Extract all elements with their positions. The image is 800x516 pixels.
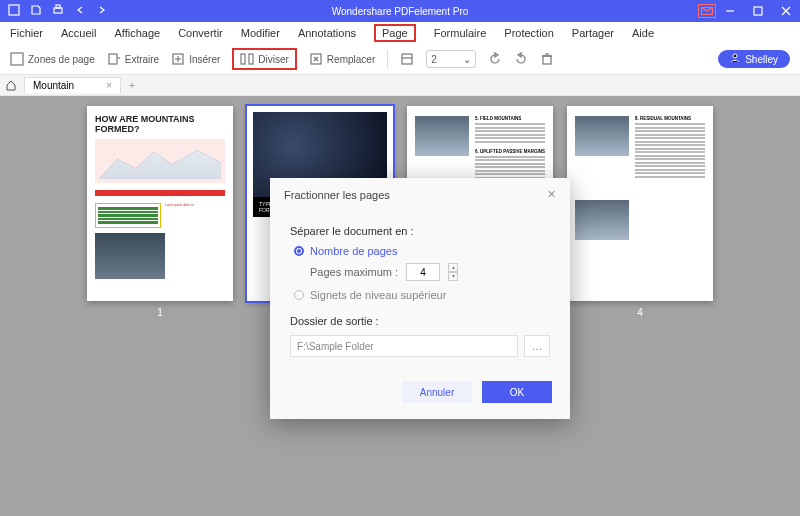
zones-icon <box>10 52 24 66</box>
menu-accueil[interactable]: Accueil <box>61 27 96 39</box>
app-logo-icon <box>8 4 20 18</box>
rotate-left-icon[interactable] <box>488 52 502 66</box>
maximize-button[interactable] <box>744 0 772 22</box>
dialog-title: Fractionner les pages <box>284 189 390 201</box>
extract-icon <box>107 52 121 66</box>
page-nav-icon[interactable] <box>400 52 414 66</box>
tool-replace-label: Remplacer <box>327 54 375 65</box>
radio-selected-icon <box>294 246 304 256</box>
mail-icon[interactable] <box>698 4 716 18</box>
radio-pages-label: Nombre de pages <box>310 245 397 257</box>
page-thumb-1[interactable]: HOW ARE MOUNTAINS FORMED? Lorem ipsum do… <box>87 106 233 318</box>
menu-partager[interactable]: Partager <box>572 27 614 39</box>
svg-rect-18 <box>543 56 551 64</box>
add-tab-button[interactable]: + <box>121 80 143 91</box>
output-path-value: F:\Sample Folder <box>297 341 374 352</box>
svg-rect-14 <box>249 54 253 64</box>
redo-icon[interactable] <box>96 4 108 18</box>
app-title: Wondershare PDFelement Pro <box>332 6 469 17</box>
svg-rect-5 <box>754 7 762 15</box>
page-num-4: 4 <box>637 307 643 318</box>
menu-formulaire[interactable]: Formulaire <box>434 27 487 39</box>
svg-rect-8 <box>11 53 23 65</box>
tab-close-icon[interactable]: × <box>106 80 112 91</box>
workspace: HOW ARE MOUNTAINS FORMED? Lorem ipsum do… <box>0 96 800 516</box>
svg-rect-13 <box>241 54 245 64</box>
output-label: Dossier de sortie : <box>290 315 550 327</box>
split-icon <box>240 52 254 66</box>
document-tab[interactable]: Mountain × <box>24 77 121 93</box>
tool-extract[interactable]: Extraire <box>107 52 159 66</box>
replace-icon <box>309 52 323 66</box>
spin-down-icon[interactable]: ▾ <box>448 272 458 281</box>
home-tab-icon[interactable] <box>0 79 22 91</box>
separate-label: Séparer le document en : <box>290 225 550 237</box>
tool-split-label: Diviser <box>258 54 289 65</box>
user-pill[interactable]: Shelley <box>718 50 790 68</box>
spin-up-icon[interactable]: ▴ <box>448 263 458 272</box>
svg-point-21 <box>733 54 737 58</box>
tool-split[interactable]: Diviser <box>232 48 297 70</box>
tool-insert[interactable]: Insérer <box>171 52 220 66</box>
browse-button[interactable]: … <box>524 335 550 357</box>
undo-icon[interactable] <box>74 4 86 18</box>
menu-fichier[interactable]: Fichier <box>10 27 43 39</box>
split-dialog: Fractionner les pages ✕ Séparer le docum… <box>270 178 570 419</box>
tool-extract-label: Extraire <box>125 54 159 65</box>
svg-rect-0 <box>9 5 19 15</box>
menu-page[interactable]: Page <box>374 24 416 42</box>
menu-protection[interactable]: Protection <box>504 27 554 39</box>
menu-annotations[interactable]: Annotations <box>298 27 356 39</box>
tool-replace[interactable]: Remplacer <box>309 52 375 66</box>
menu-affichage[interactable]: Affichage <box>114 27 160 39</box>
toolbar-divider <box>387 50 388 68</box>
ok-button[interactable]: OK <box>482 381 552 403</box>
thumb4-h1: 8. RESIDUAL MOUNTAINS <box>635 116 705 121</box>
menu-modifier[interactable]: Modifier <box>241 27 280 39</box>
tab-label: Mountain <box>33 80 74 91</box>
toolbar: Zones de page Extraire Insérer Diviser R… <box>0 44 800 74</box>
svg-rect-1 <box>54 8 62 13</box>
radio-bookmarks-label: Signets de niveau supérieur <box>310 289 446 301</box>
chevron-down-icon: ⌄ <box>463 54 471 65</box>
radio-unselected-icon <box>294 290 304 300</box>
tool-insert-label: Insérer <box>189 54 220 65</box>
minimize-button[interactable] <box>716 0 744 22</box>
user-name: Shelley <box>745 54 778 65</box>
cancel-button[interactable]: Annuler <box>402 381 472 403</box>
dialog-close-icon[interactable]: ✕ <box>547 188 556 201</box>
delete-icon[interactable] <box>540 52 554 66</box>
output-path-input[interactable]: F:\Sample Folder <box>290 335 518 357</box>
radio-bookmarks[interactable]: Signets de niveau supérieur <box>294 289 550 301</box>
page-num-1: 1 <box>157 307 163 318</box>
menu-aide[interactable]: Aide <box>632 27 654 39</box>
radio-pages[interactable]: Nombre de pages <box>294 245 550 257</box>
menu-convertir[interactable]: Convertir <box>178 27 223 39</box>
title-bar: Wondershare PDFelement Pro <box>0 0 800 22</box>
page-thumb-4[interactable]: 8. RESIDUAL MOUNTAINS 4 <box>567 106 713 318</box>
svg-rect-16 <box>402 54 412 64</box>
tab-bar: Mountain × + <box>0 74 800 96</box>
thumb3-h1: 5. FIELD MOUNTAINS <box>475 116 545 121</box>
rotate-right-icon[interactable] <box>514 52 528 66</box>
spinner[interactable]: ▴▾ <box>448 263 458 281</box>
menu-bar: Fichier Accueil Affichage Convertir Modi… <box>0 22 800 44</box>
tool-zones[interactable]: Zones de page <box>10 52 95 66</box>
svg-rect-9 <box>109 54 117 64</box>
pages-max-input[interactable] <box>406 263 440 281</box>
page-select[interactable]: 2 ⌄ <box>426 50 476 68</box>
print-icon[interactable] <box>52 4 64 18</box>
user-icon <box>730 53 740 65</box>
insert-icon <box>171 52 185 66</box>
pages-max-label: Pages maximum : <box>310 266 398 278</box>
close-button[interactable] <box>772 0 800 22</box>
tool-zones-label: Zones de page <box>28 54 95 65</box>
save-icon[interactable] <box>30 4 42 18</box>
svg-rect-2 <box>56 5 60 8</box>
thumb3-h2: 6. UPLIFTED PASSIVE MARGINS <box>475 149 545 154</box>
page-select-value: 2 <box>431 54 437 65</box>
thumb1-heading: HOW ARE MOUNTAINS FORMED? <box>95 114 225 134</box>
